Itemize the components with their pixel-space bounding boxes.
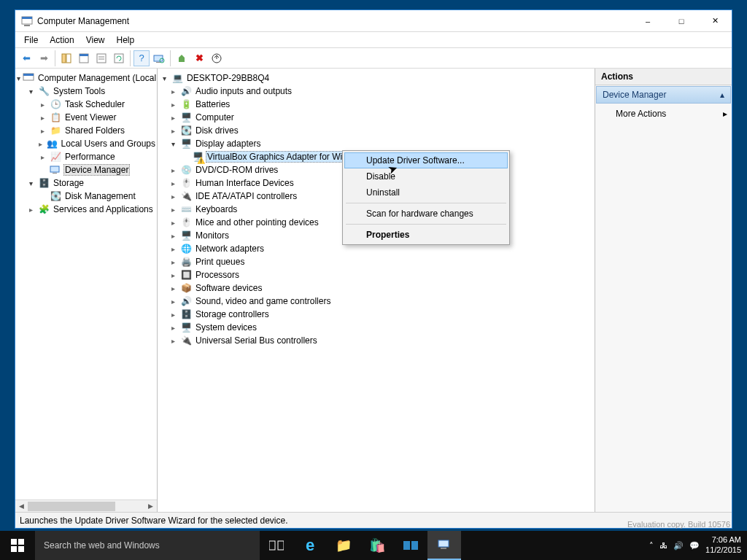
tree-system-tools[interactable]: 🔧System Tools [15, 85, 157, 98]
dev-display-adapters[interactable]: 🖥️Display adapters [158, 137, 595, 150]
tree-services-apps[interactable]: 🧩Services and Applications [15, 203, 157, 216]
services-icon: 🧩 [38, 203, 50, 215]
users-icon: 👥 [47, 138, 58, 149]
uninstall-button[interactable] [209, 50, 225, 66]
store-icon[interactable]: 🛍️ [360, 531, 394, 560]
help-button[interactable]: ? [133, 50, 150, 66]
actions-header: Actions [595, 69, 732, 85]
scroll-thumb[interactable] [28, 502, 115, 511]
scroll-right-button[interactable]: ▶ [144, 500, 157, 513]
svg-rect-27 [411, 541, 418, 550]
system-tray[interactable]: ˄ 🖧 🔊 💬 7:06 AM 11/2/2015 [649, 535, 747, 556]
chevron-right-icon: ▸ [723, 109, 727, 119]
svg-rect-24 [269, 541, 275, 550]
display-icon: 🖥️ [180, 138, 192, 149]
tree-device-manager[interactable]: Device Manager [15, 163, 157, 176]
scan-hardware-button[interactable] [151, 50, 167, 66]
keyboard-icon: ⌨️ [180, 203, 192, 215]
menu-file[interactable]: File [18, 34, 44, 47]
statusbar: Launches the Update Driver Software Wiza… [15, 512, 732, 528]
svg-rect-6 [80, 54, 88, 56]
clock[interactable]: 7:06 AM 11/2/2015 [705, 535, 741, 556]
tree-disk-management[interactable]: 💽Disk Management [15, 190, 157, 203]
menu-action[interactable]: Action [44, 34, 80, 47]
menu-help[interactable]: Help [111, 34, 141, 47]
dev-software-devices[interactable]: 📦Software devices [158, 281, 595, 295]
export-button[interactable] [93, 50, 109, 66]
network-icon: 🌐 [180, 243, 192, 254]
volume-tray-icon[interactable]: 🔊 [673, 541, 684, 551]
tree-root[interactable]: Computer Management (Local [15, 71, 157, 85]
titlebar[interactable]: Computer Management – □ ✕ [15, 10, 732, 32]
refresh-button[interactable] [111, 50, 127, 66]
svg-rect-17 [23, 74, 34, 76]
dev-sound-video[interactable]: 🔊Sound, video and game controllers [158, 295, 595, 308]
back-button[interactable]: ⬅ [18, 50, 34, 66]
cm-properties[interactable]: Properties [344, 227, 508, 243]
dev-usb[interactable]: 🔌Universal Serial Bus controllers [158, 334, 595, 347]
app-icon [21, 15, 33, 27]
task-view-button[interactable] [260, 531, 293, 560]
collapse-icon: ▴ [720, 90, 724, 100]
network-tray-icon[interactable]: 🖧 [659, 541, 667, 550]
status-text: Launches the Update Driver Software Wiza… [20, 516, 288, 526]
search-box[interactable]: Search the web and Windows [35, 531, 260, 560]
actions-pane: Actions Device Manager ▴ More Actions ▸ [595, 69, 732, 512]
main-panes: Computer Management (Local 🔧System Tools… [15, 69, 732, 512]
cm-disable[interactable]: Disable [344, 168, 508, 184]
tree-performance[interactable]: 📈Performance [15, 150, 157, 163]
dev-print-queues[interactable]: 🖨️Print queues [158, 255, 595, 268]
device-tree-pane[interactable]: 💻DESKTOP-29BB8Q4 🔊Audio inputs and outpu… [158, 69, 595, 512]
maximize-button[interactable]: □ [665, 10, 698, 31]
cm-uninstall[interactable]: Uninstall [344, 184, 508, 201]
edge-icon[interactable]: e [293, 531, 327, 560]
tree-task-scheduler[interactable]: 🕒Task Scheduler [15, 98, 157, 111]
dev-root[interactable]: 💻DESKTOP-29BB8Q4 [158, 71, 595, 85]
toolbar: ⬅ ➡ ? ✖ [15, 48, 732, 69]
dev-storage-ctrl[interactable]: 🗄️Storage controllers [158, 308, 595, 321]
cpu-icon: 🔲 [180, 269, 192, 281]
dev-system-devices[interactable]: 🖥️System devices [158, 321, 595, 334]
menu-view[interactable]: View [80, 34, 111, 47]
tree-storage[interactable]: 🗄️Storage [15, 176, 157, 190]
actions-more[interactable]: More Actions ▸ [595, 104, 732, 123]
sound-icon: 🔊 [180, 295, 192, 307]
compmgmt-taskbar-icon[interactable] [427, 531, 461, 560]
dev-processors[interactable]: 🔲Processors [158, 268, 595, 281]
forward-button[interactable]: ➡ [36, 50, 52, 66]
svg-rect-29 [441, 548, 446, 549]
dev-audio[interactable]: 🔊Audio inputs and outputs [158, 85, 595, 98]
start-button[interactable] [0, 531, 35, 560]
hscrollbar[interactable]: ◀ ▶ [15, 499, 157, 512]
disable-button[interactable]: ✖ [191, 50, 207, 66]
tree-shared-folders[interactable]: 📁Shared Folders [15, 124, 157, 137]
dev-disk-drives[interactable]: 💽Disk drives [158, 124, 595, 137]
cm-scan[interactable]: Scan for hardware changes [344, 206, 508, 222]
svg-rect-14 [179, 58, 185, 62]
dev-batteries[interactable]: 🔋Batteries [158, 98, 595, 111]
minimize-button[interactable]: – [631, 10, 665, 31]
taskbar[interactable]: Search the web and Windows e 📁 🛍️ ˄ 🖧 🔊 … [0, 531, 747, 560]
cm-update-driver[interactable]: Update Driver Software... [344, 152, 508, 168]
update-driver-button[interactable] [174, 50, 190, 66]
app1-icon[interactable] [394, 531, 427, 560]
context-menu: Update Driver Software... Disable Uninst… [342, 150, 510, 245]
notifications-tray-icon[interactable]: 💬 [689, 541, 700, 551]
mouse-icon: 🖱️ [180, 217, 192, 228]
search-placeholder: Search the web and Windows [44, 540, 160, 551]
svg-rect-23 [18, 546, 24, 552]
dvd-icon: 💿 [180, 164, 192, 176]
explorer-icon[interactable]: 📁 [327, 531, 360, 560]
show-tree-button[interactable] [58, 50, 74, 66]
properties-button[interactable] [76, 50, 92, 66]
folder-icon: 📁 [50, 125, 61, 136]
tree-event-viewer[interactable]: 📋Event Viewer [15, 111, 157, 124]
tree-local-users[interactable]: 👥Local Users and Groups [15, 137, 157, 150]
printer-icon: 🖨️ [180, 256, 192, 268]
tree-pane-left[interactable]: Computer Management (Local 🔧System Tools… [15, 69, 158, 512]
tray-chevron-icon[interactable]: ˄ [649, 541, 654, 551]
actions-device-manager[interactable]: Device Manager ▴ [596, 86, 731, 104]
close-button[interactable]: ✕ [698, 10, 732, 31]
dev-computer[interactable]: 🖥️Computer [158, 111, 595, 124]
scroll-left-button[interactable]: ◀ [15, 500, 28, 513]
